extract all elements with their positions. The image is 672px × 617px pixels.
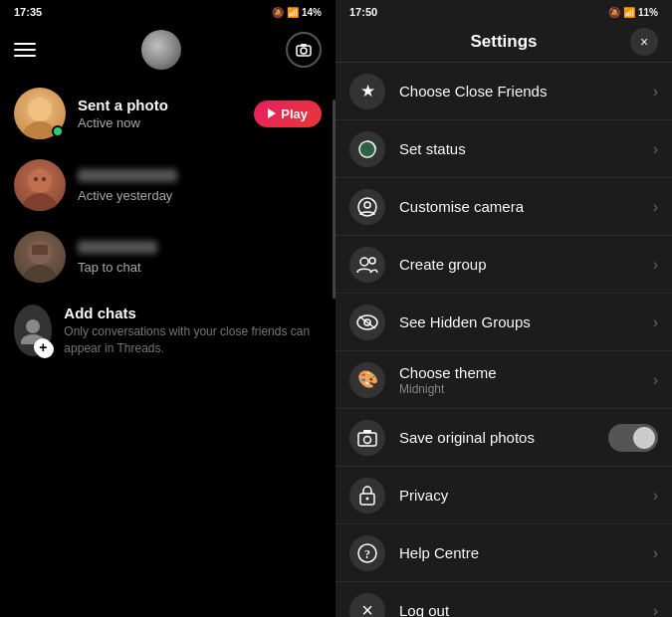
svg-point-1 [301,48,307,54]
settings-header: Settings × [336,22,672,63]
settings-item-choose-theme[interactable]: 🎨 Choose theme Midnight › [336,351,672,409]
chat-list: Sent a photo Active now Play [0,78,336,617]
time-right: 17:50 [349,6,377,18]
left-panel: 17:35 🔕 📶 14% [0,0,336,617]
chevron-icon: › [653,313,658,331]
settings-item-customise-camera[interactable]: Customise camera › [336,178,672,236]
signal-icon: 📶 [287,7,299,18]
threads-logo [141,30,181,70]
customise-camera-text: Customise camera [399,198,639,215]
battery-left: 14% [302,7,322,18]
chat-info: Tap to chat [78,240,322,275]
hidden-groups-icon [349,305,385,340]
chevron-icon: › [653,256,658,274]
svg-line-22 [359,316,375,328]
svg-rect-25 [363,430,371,433]
avatar-wrap [14,231,66,283]
chat-tap: Tap to chat [78,260,322,275]
settings-item-privacy[interactable]: Privacy › [336,467,672,524]
help-icon: ? [349,535,385,571]
logout-icon: × [349,593,385,618]
add-chats-info: Add chats Only conversations with your c… [64,305,322,357]
settings-item-set-status[interactable]: Set status › [336,120,672,178]
chevron-icon: › [653,544,658,562]
play-btn[interactable]: Play [254,101,322,127]
hidden-groups-label: See Hidden Groups [399,313,639,330]
status-bar-left: 17:35 🔕 📶 14% [0,0,336,22]
privacy-label: Privacy [399,487,639,504]
add-chats-avatar: + [14,305,52,356]
svg-point-19 [369,258,375,264]
chat-status: Active now [78,115,242,130]
avatar-wrap [14,159,66,211]
settings-item-save-photos[interactable]: Save original photos [336,409,672,467]
svg-point-6 [28,169,52,193]
chevron-icon: › [653,140,658,158]
play-label: Play [281,106,308,121]
time-left: 17:35 [14,6,42,18]
chevron-icon: › [653,198,658,216]
battery-right: 11% [638,7,658,18]
play-icon [268,108,276,118]
chevron-icon: › [653,487,658,505]
svg-text:?: ? [364,547,370,561]
svg-rect-11 [32,245,48,255]
help-label: Help Centre [399,544,639,561]
save-photos-toggle[interactable] [608,424,658,452]
settings-item-close-friends[interactable]: ★ Choose Close Friends › [336,63,672,120]
svg-point-12 [26,319,40,333]
avatar [14,159,66,211]
chat-name: Sent a photo [78,97,242,113]
save-photos-text: Save original photos [399,429,594,446]
mute-icon: 🔕 [272,7,284,18]
blurred-name [78,241,157,254]
chat-item[interactable]: Sent a photo Active now Play [0,78,336,149]
right-panel: 17:50 🔕 📶 11% Settings × ★ Choose Close … [336,0,672,617]
svg-point-9 [22,265,58,283]
svg-point-4 [28,98,52,121]
menu-button[interactable] [14,43,36,57]
status-bar-right: 17:50 🔕 📶 11% [336,0,672,22]
svg-point-27 [366,497,369,500]
set-status-text: Set status [399,140,639,157]
close-friends-label: Choose Close Friends [399,83,639,100]
camera-button[interactable] [286,32,322,68]
help-text: Help Centre [399,544,639,561]
settings-item-help[interactable]: ? Help Centre › [336,524,672,582]
create-group-label: Create group [399,256,639,273]
settings-item-hidden-groups[interactable]: See Hidden Groups › [336,294,672,351]
chat-item[interactable]: Tap to chat [0,221,336,293]
close-button[interactable]: × [630,28,658,56]
avatar [14,231,66,283]
online-indicator [52,125,64,137]
svg-point-5 [22,193,58,211]
svg-point-18 [360,258,368,266]
chevron-icon: › [653,371,658,389]
chat-item[interactable]: Active yesterday [0,149,336,221]
privacy-text: Privacy [399,487,639,504]
chat-info: Active yesterday [78,168,322,203]
set-status-label: Set status [399,140,639,157]
svg-rect-2 [301,44,307,47]
choose-theme-text: Choose theme Midnight [399,364,639,396]
privacy-icon [349,478,385,514]
toggle-knob [633,427,655,449]
settings-item-create-group[interactable]: Create group › [336,236,672,294]
status-icons-left: 🔕 📶 14% [272,7,322,18]
logout-label: Log out [399,602,639,617]
chat-status: Active yesterday [78,188,322,203]
svg-point-8 [42,177,46,181]
play-button[interactable]: Play [254,101,322,127]
svg-point-7 [34,177,38,181]
add-chats-item[interactable]: + Add chats Only conversations with your… [0,293,336,369]
svg-point-24 [364,436,371,443]
hidden-groups-text: See Hidden Groups [399,313,639,330]
scroll-indicator [333,100,336,299]
settings-item-logout[interactable]: × Log out › [336,582,672,617]
settings-list: ★ Choose Close Friends › Set status › [336,63,672,617]
set-status-icon [349,131,385,167]
create-group-icon [349,247,385,283]
create-group-text: Create group [399,256,639,273]
blurred-name [78,169,177,182]
chat-info: Sent a photo Active now [78,97,242,130]
